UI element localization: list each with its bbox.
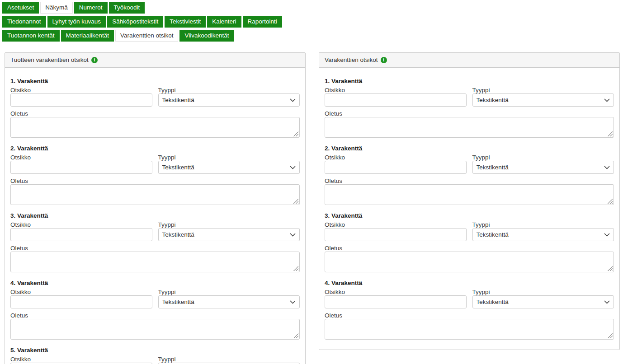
tyyppi-select-wrap: Tekstikenttä [158,161,300,174]
tyyppi-select[interactable]: Tekstikenttä [472,295,614,308]
oletus-label: Oletus [325,110,614,117]
tyyppi-select[interactable]: Tekstikenttä [158,93,300,107]
tab-tiedonannot[interactable]: Tiedonannot [2,16,46,28]
section-title: 2. Varakenttä [10,145,300,152]
oletus-field: Oletus [10,245,300,272]
tyyppi-select[interactable]: Tekstikenttä [472,93,614,107]
oletus-field: Oletus [10,110,300,138]
oletus-textarea[interactable] [10,319,300,340]
field-row: Otsikko Tyyppi Tekstikenttä [10,221,300,241]
tab-tyokoodit[interactable]: Työkoodit [109,2,145,14]
tyyppi-field: Tyyppi Tekstikenttä [472,289,614,308]
varakentta-section: 3. Varakenttä Otsikko Tyyppi Tekstikentt… [10,212,300,272]
otsikko-input[interactable] [325,228,467,241]
spare-fields-panel: Varakenttien otsikot i 1. Varakenttä Ots… [319,52,620,350]
oletus-label: Oletus [10,312,300,319]
tyyppi-select-wrap: Tekstikenttä [158,295,300,308]
tyyppi-label: Tyyppi [158,221,300,228]
oletus-field: Oletus [325,245,614,272]
tyyppi-select-wrap: Tekstikenttä [472,295,614,308]
otsikko-label: Otsikko [325,221,467,228]
section-title: 4. Varakenttä [325,280,614,287]
otsikko-input[interactable] [325,93,467,107]
otsikko-input[interactable] [10,161,152,174]
tab-varakenttien-otsikot[interactable]: Varakenttien otsikot [115,30,179,42]
otsikko-input[interactable] [10,295,152,308]
otsikko-input[interactable] [325,295,467,308]
otsikko-field: Otsikko [325,154,467,174]
oletus-textarea-wrap [10,319,300,340]
oletus-textarea-wrap [325,117,614,138]
tyyppi-select[interactable]: Tekstikenttä [472,228,614,241]
oletus-textarea[interactable] [10,117,300,138]
oletus-textarea-wrap [325,184,614,205]
otsikko-field: Otsikko [325,221,467,241]
tab-materiaalikentat[interactable]: Materiaalikentät [61,30,114,42]
section-title: 3. Varakenttä [10,212,300,219]
tyyppi-select-wrap: Tekstikenttä [158,228,300,241]
tab-sahkopostitekstit[interactable]: Sähköpostitekstit [107,16,163,28]
tab-kalenteri[interactable]: Kalenteri [207,16,241,28]
otsikko-field: Otsikko [10,154,152,174]
oletus-field: Oletus [325,110,614,138]
panel-body: 1. Varakenttä Otsikko Tyyppi Tekstikentt… [5,68,305,364]
otsikko-field: Otsikko [10,356,152,364]
panel-body: 1. Varakenttä Otsikko Tyyppi Tekstikentt… [319,68,619,350]
oletus-textarea[interactable] [325,252,614,272]
otsikko-label: Otsikko [325,154,467,161]
oletus-textarea[interactable] [10,252,300,272]
otsikko-input[interactable] [10,93,152,107]
otsikko-input[interactable] [325,161,467,174]
tyyppi-select[interactable]: Tekstikenttä [158,161,300,174]
oletus-label: Oletus [325,312,614,319]
section-title: 3. Varakenttä [325,212,614,219]
panel-header: Varakenttien otsikot i [319,53,619,68]
oletus-label: Oletus [10,177,300,184]
tab-viivakoodikentat[interactable]: Viivakoodikentät [179,30,234,42]
oletus-textarea[interactable] [10,184,300,205]
tyyppi-label: Tyyppi [472,221,614,228]
oletus-textarea[interactable] [325,117,614,138]
field-row: Otsikko Tyyppi Tekstikenttä [10,289,300,308]
oletus-textarea-wrap [325,252,614,272]
oletus-textarea-wrap [325,319,614,340]
tyyppi-select[interactable]: Tekstikenttä [158,228,300,241]
tab-nakyma[interactable]: Näkymä [40,2,73,14]
otsikko-label: Otsikko [10,87,152,93]
field-row: Otsikko Tyyppi Tekstikenttä [10,87,300,107]
tab-tuotannon-kentat[interactable]: Tuotannon kentät [2,30,60,42]
oletus-label: Oletus [325,245,614,252]
tyyppi-label: Tyyppi [158,87,300,93]
info-icon[interactable]: i [91,57,98,63]
otsikko-label: Otsikko [325,289,467,295]
otsikko-input[interactable] [10,228,152,241]
oletus-textarea[interactable] [325,319,614,340]
field-row: Otsikko Tyyppi Tekstikenttä [325,289,614,308]
varakentta-section: 2. Varakenttä Otsikko Tyyppi Tekstikentt… [325,145,614,205]
info-icon[interactable]: i [381,57,387,63]
main-tab-row: AsetuksetNäkymäNumerotTyökoodit [2,2,623,14]
tab-asetukset[interactable]: Asetukset [2,2,39,14]
oletus-field: Oletus [10,312,300,340]
field-row: Otsikko Tyyppi Tekstikenttä [325,221,614,241]
tyyppi-field: Tyyppi Tekstikenttä [158,154,300,174]
tab-raportointi[interactable]: Raportointi [243,16,282,28]
varakentta-section: 4. Varakenttä Otsikko Tyyppi Tekstikentt… [325,280,614,340]
field-row: Otsikko Tyyppi Tekstikenttä [325,154,614,174]
tab-tekstiviestit[interactable]: Tekstiviestit [165,16,206,28]
panel-title: Tuotteen varakenttien otsikot [10,56,89,64]
tab-lyhyt-tyon-kuvaus[interactable]: Lyhyt työn kuvaus [47,16,106,28]
field-tab-row: Tuotannon kentätMateriaalikentätVarakent… [2,30,623,42]
tyyppi-select-wrap: Tekstikenttä [158,93,300,107]
tyyppi-label: Tyyppi [472,289,614,295]
oletus-field: Oletus [10,177,300,205]
tyyppi-select[interactable]: Tekstikenttä [472,161,614,174]
oletus-label: Oletus [10,110,300,117]
tyyppi-select-wrap: Tekstikenttä [472,93,614,107]
oletus-textarea[interactable] [325,184,614,205]
oletus-field: Oletus [325,312,614,340]
varakentta-section: 5. Varakenttä Otsikko Tyyppi Tekstikentt… [10,347,300,364]
tab-numerot[interactable]: Numerot [74,2,108,14]
otsikko-label: Otsikko [10,289,152,295]
tyyppi-select[interactable]: Tekstikenttä [158,295,300,308]
